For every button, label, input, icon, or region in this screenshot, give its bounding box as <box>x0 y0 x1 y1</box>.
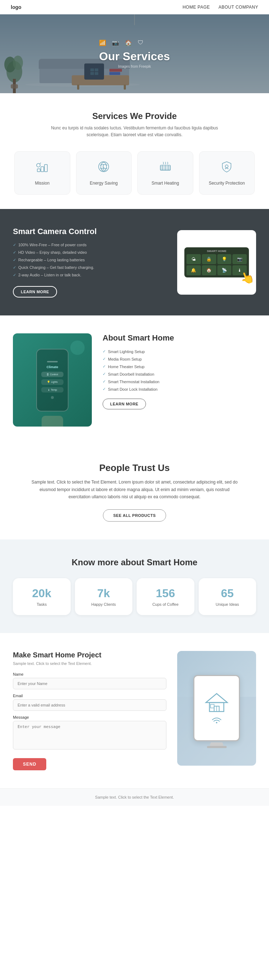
nav-link-home[interactable]: HOME PAGE <box>183 5 210 10</box>
footer-text: Sample text. Click to select the Text El… <box>14 795 255 799</box>
camera-features: 100% Wire-Free – Free of power cords HD … <box>13 243 166 277</box>
camera-feature-0: 100% Wire-Free – Free of power cords <box>13 243 166 247</box>
svg-rect-6 <box>41 167 44 172</box>
camera-image: SMART HOME 🌤 🔒 💡 📷 🔔 🏠 📡 🌡 👆 <box>177 230 256 294</box>
camera-feature-1: HD Video – Enjoy sharp, detailed video <box>13 250 166 255</box>
hero-subtitle: Images from Freepik <box>99 65 170 68</box>
svg-rect-5 <box>37 169 40 172</box>
energy-icon <box>97 160 110 176</box>
email-label: Email <box>13 694 166 698</box>
security-icon <box>220 160 233 176</box>
service-card-energy: Energy Saving <box>76 151 132 195</box>
wifi-icon: 📶 <box>99 40 106 46</box>
service-label-heating: Smart Heating <box>151 181 179 186</box>
about-image: Climate 🎛 Control 💡 Lights 🌡 Temp <box>13 333 92 426</box>
hand-decoration <box>41 416 63 426</box>
about-learn-more-button[interactable]: LEARN MORE <box>103 399 146 409</box>
svg-point-8 <box>37 164 40 167</box>
contact-title: Make Smart Home Project <box>13 651 166 659</box>
stat-label-happy-clients: Happy Clients <box>79 602 128 606</box>
screen-icon-2: 💡 <box>217 254 232 264</box>
stat-number-tasks: 20k <box>17 587 66 600</box>
contact-form-wrap: Make Smart Home Project Sample text. Cli… <box>13 651 166 770</box>
trust-desc: Sample text. Click to select the Text El… <box>30 479 239 500</box>
stat-label-unique-ideas: Unique Ideas <box>203 602 252 606</box>
about-feature-5: Smart Door Lock Installation <box>103 387 256 391</box>
message-label: Message <box>13 715 166 719</box>
about-feature-0: Smart Lighting Setup <box>103 349 256 354</box>
stat-number-happy-clients: 7k <box>79 587 128 600</box>
home-icon: 🏠 <box>125 40 132 46</box>
about-content: About Smart Home Smart Lighting Setup Me… <box>103 333 256 426</box>
service-label-energy: Energy Saving <box>90 181 118 186</box>
message-textarea[interactable] <box>13 721 166 749</box>
stat-label-tasks: Tasks <box>17 602 66 606</box>
service-label-security: Security Protection <box>209 181 245 186</box>
glow-effect <box>70 340 84 355</box>
trust-title: People Trust Us <box>14 462 255 474</box>
camera-feature-3: Quick Charging – Get fast battery chargi… <box>13 265 166 270</box>
name-input[interactable] <box>13 678 166 689</box>
service-card-security: Security Protection <box>199 151 255 195</box>
about-features: Smart Lighting Setup Media Room Setup Ho… <box>103 349 256 391</box>
svg-point-10 <box>99 162 109 172</box>
phone-item-0: 🎛 Control <box>41 372 64 377</box>
camera-feature-2: Rechargeable – Long lasting batteries <box>13 258 166 262</box>
svg-line-9 <box>40 163 41 164</box>
contact-form: Name Email Message SEND <box>13 672 166 770</box>
camera-icon: 📷 <box>112 40 119 46</box>
stat-card-tasks: 20k Tasks <box>13 578 71 615</box>
contact-image <box>177 651 256 766</box>
svg-marker-20 <box>206 694 228 703</box>
screen-icon-0: 🌤 <box>186 254 201 264</box>
phone-item-1: 💡 Lights <box>41 379 64 385</box>
stats-section: Know more about Smart Home 20k Tasks 7k … <box>0 539 269 633</box>
about-feature-1: Media Room Setup <box>103 356 256 361</box>
services-section: Services We Provide Nunc eu turpis id nu… <box>0 93 269 209</box>
camera-content: Smart Camera Control 100% Wire-Free – Fr… <box>13 227 166 298</box>
nav-links: HOME PAGE ABOUT COMPANY <box>183 5 258 10</box>
services-desc: Nunc eu turpis id nula sodales luctus. V… <box>45 125 224 138</box>
stat-card-happy-clients: 7k Happy Clients <box>75 578 133 615</box>
about-title: About Smart Home <box>103 333 256 343</box>
screen-icon-3: 📷 <box>232 254 247 264</box>
stats-grid: 20k Tasks 7k Happy Clients 156 Cups of C… <box>13 578 256 615</box>
screen-icon-5: 🏠 <box>202 265 216 275</box>
smart-home-screen: SMART HOME 🌤 🔒 💡 📷 🔔 🏠 📡 🌡 <box>185 247 249 277</box>
svg-point-25 <box>216 722 217 723</box>
logo: logo <box>11 4 22 10</box>
send-button[interactable]: SEND <box>13 758 46 770</box>
heating-icon <box>159 160 172 176</box>
contact-image-content <box>177 651 256 766</box>
about-feature-4: Smart Thermostat Installation <box>103 379 256 384</box>
contact-desc: Sample text. Click to select the Text El… <box>13 661 166 666</box>
hero-icons: 📶 📷 🏠 🛡 <box>99 40 170 46</box>
wifi-signal <box>211 716 222 725</box>
hero-section: 📶 📷 🏠 🛡 Our Services Images from Freepik <box>0 14 269 93</box>
camera-title: Smart Camera Control <box>13 227 166 236</box>
screen-icon-1: 🔒 <box>202 254 216 264</box>
screen-icons-grid: 🌤 🔒 💡 📷 🔔 🏠 📡 🌡 <box>186 254 247 275</box>
service-cards: Mission Energy Saving <box>14 151 255 195</box>
house-svg <box>204 692 229 713</box>
svg-point-19 <box>225 165 228 168</box>
camera-learn-more-button[interactable]: LEARN MORE <box>13 286 57 298</box>
tablet-stand <box>210 742 224 746</box>
footer: Sample text. Click to select the Text El… <box>0 788 269 806</box>
stats-title: Know more about Smart Home <box>13 557 256 568</box>
about-feature-2: Home Theater Setup <box>103 364 256 369</box>
contact-section: Make Smart Home Project Sample text. Cli… <box>0 633 269 788</box>
camera-section: Smart Camera Control 100% Wire-Free – Fr… <box>0 209 269 315</box>
hero-title: Our Services <box>99 50 170 63</box>
stat-card-unique-ideas: 65 Unique Ideas <box>199 578 256 615</box>
service-card-heating: Smart Heating <box>137 151 193 195</box>
service-label-mission: Mission <box>35 181 49 186</box>
see-all-products-button[interactable]: SEE ALL PRODUCTS <box>103 509 166 522</box>
nav-link-about[interactable]: ABOUT COMPANY <box>218 5 258 10</box>
form-group-message: Message <box>13 715 166 751</box>
name-label: Name <box>13 672 166 676</box>
phone-item-2: 🌡 Temp <box>41 387 64 393</box>
email-input[interactable] <box>13 699 166 711</box>
svg-rect-7 <box>45 164 47 172</box>
about-image-content: Climate 🎛 Control 💡 Lights 🌡 Temp <box>13 333 92 426</box>
